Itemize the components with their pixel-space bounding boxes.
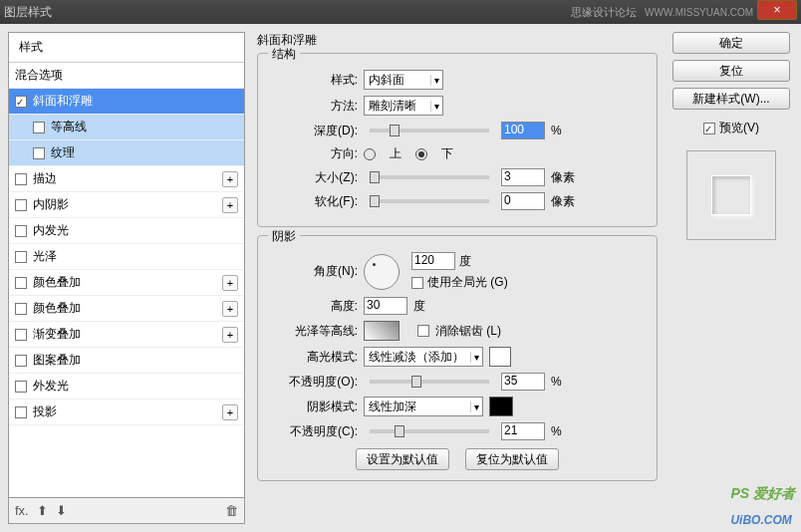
angle-dial[interactable]	[364, 254, 400, 290]
style-select[interactable]: 内斜面	[364, 70, 443, 90]
style-row-color-overlay-2[interactable]: 颜色叠加+	[9, 296, 244, 322]
style-row-stroke[interactable]: 描边+	[9, 166, 244, 192]
panel-title: 斜面和浮雕	[257, 32, 658, 49]
checkbox-icon[interactable]	[15, 329, 27, 341]
dir-down-radio[interactable]	[415, 148, 427, 160]
depth-input[interactable]: 100	[501, 122, 545, 139]
reset-button[interactable]: 复位	[672, 60, 790, 82]
style-label: 样式:	[268, 72, 358, 89]
trash-icon[interactable]: 🗑	[225, 503, 238, 518]
shadow-opacity-slider[interactable]	[370, 429, 489, 433]
checkbox-icon[interactable]	[15, 355, 27, 367]
window-title: 图层样式	[4, 4, 571, 21]
highlight-opacity-slider[interactable]	[370, 380, 489, 384]
reset-default-button[interactable]: 复位为默认值	[465, 448, 559, 470]
size-label: 大小(Z):	[268, 169, 358, 186]
shadow-fieldset: 阴影 角度(N): 120度 使用全局光 (G) 高度:30度 光泽等高线:消除…	[257, 235, 658, 481]
method-select[interactable]: 雕刻清晰	[364, 96, 443, 116]
checkbox-icon[interactable]	[15, 251, 27, 263]
plus-icon[interactable]: +	[222, 171, 238, 187]
checkbox-icon[interactable]	[15, 303, 27, 315]
dir-up-radio[interactable]	[364, 148, 376, 160]
checkbox-icon[interactable]	[15, 406, 27, 418]
shadow-opacity-input[interactable]: 21	[501, 422, 545, 440]
soften-input[interactable]: 0	[501, 192, 545, 210]
checkbox-icon[interactable]	[15, 199, 27, 211]
altitude-label: 高度:	[268, 298, 358, 315]
shadow-mode-select[interactable]: 线性加深	[364, 397, 483, 416]
fx-icon[interactable]: fx.	[15, 503, 29, 518]
style-row-texture[interactable]: 纹理	[9, 140, 244, 166]
action-panel: 确定 复位 新建样式(W)... 预览(V)	[669, 32, 793, 524]
shadow-legend: 阴影	[268, 228, 300, 245]
checkbox-icon[interactable]	[15, 381, 27, 393]
highlight-opacity-input[interactable]: 35	[501, 373, 545, 391]
global-light-checkbox[interactable]	[411, 277, 423, 289]
plus-icon[interactable]: +	[222, 275, 238, 291]
shadow-opacity-label: 不透明度(C):	[268, 423, 358, 440]
style-row-drop-shadow[interactable]: 投影+	[9, 399, 244, 425]
checkbox-icon[interactable]	[15, 173, 27, 185]
checkbox-icon[interactable]	[33, 147, 45, 159]
styles-header: 样式	[9, 33, 244, 63]
up-arrow-icon[interactable]: ⬆	[37, 503, 48, 518]
styles-footer: fx. ⬆ ⬇ 🗑	[8, 498, 245, 524]
new-style-button[interactable]: 新建样式(W)...	[672, 88, 790, 110]
antialias-label: 消除锯齿 (L)	[435, 323, 501, 340]
brand-url: WWW.MISSYUAN.COM	[645, 7, 753, 18]
settings-panel: 斜面和浮雕 结构 样式:内斜面 方法:雕刻清晰 深度(D):100% 方向:上下…	[257, 32, 658, 524]
structure-fieldset: 结构 样式:内斜面 方法:雕刻清晰 深度(D):100% 方向:上下 大小(Z)…	[257, 53, 658, 227]
checkbox-icon[interactable]	[33, 122, 45, 133]
plus-icon[interactable]: +	[222, 197, 238, 213]
antialias-checkbox[interactable]	[417, 325, 429, 337]
gloss-contour-swatch[interactable]	[364, 321, 400, 341]
size-slider[interactable]	[370, 175, 489, 179]
checkbox-icon[interactable]	[15, 225, 27, 237]
depth-slider[interactable]	[370, 129, 489, 133]
down-arrow-icon[interactable]: ⬇	[56, 503, 67, 518]
angle-label: 角度(N):	[268, 263, 358, 280]
direction-label: 方向:	[268, 145, 358, 162]
style-row-outer-glow[interactable]: 外发光	[9, 374, 244, 399]
size-input[interactable]: 3	[501, 168, 545, 186]
titlebar: 图层样式 思缘设计论坛 WWW.MISSYUAN.COM ×	[0, 0, 801, 24]
plus-icon[interactable]: +	[222, 301, 238, 317]
shadow-mode-label: 阴影模式:	[268, 399, 358, 415]
plus-icon[interactable]: +	[222, 327, 238, 343]
highlight-mode-label: 高光模式:	[268, 349, 358, 366]
style-row-contour[interactable]: 等高线	[9, 115, 244, 140]
method-label: 方法:	[268, 98, 358, 115]
plus-icon[interactable]: +	[222, 404, 238, 420]
checkbox-icon[interactable]	[15, 96, 27, 108]
soften-label: 软化(F):	[268, 193, 358, 210]
depth-label: 深度(D):	[268, 123, 358, 139]
style-row-pattern-overlay[interactable]: 图案叠加	[9, 348, 244, 374]
style-row-bevel[interactable]: 斜面和浮雕	[9, 89, 244, 115]
altitude-input[interactable]: 30	[364, 297, 407, 315]
angle-input[interactable]: 120	[411, 252, 455, 270]
soften-slider[interactable]	[370, 199, 489, 203]
style-row-gradient-overlay[interactable]: 渐变叠加+	[9, 322, 244, 348]
ok-button[interactable]: 确定	[672, 32, 790, 54]
highlight-opacity-label: 不透明度(O):	[268, 374, 358, 391]
preview-label: 预览(V)	[719, 120, 759, 136]
blend-options-row[interactable]: 混合选项	[9, 63, 244, 89]
style-row-inner-glow[interactable]: 内发光	[9, 218, 244, 244]
set-default-button[interactable]: 设置为默认值	[356, 448, 449, 470]
preview-box	[686, 150, 776, 240]
highlight-color-swatch[interactable]	[489, 347, 511, 367]
style-row-satin[interactable]: 光泽	[9, 244, 244, 270]
close-button[interactable]: ×	[757, 0, 797, 20]
structure-legend: 结构	[268, 46, 300, 63]
highlight-mode-select[interactable]: 线性减淡（添加）	[364, 347, 483, 367]
gloss-label: 光泽等高线:	[268, 323, 358, 340]
brand-text: 思缘设计论坛	[571, 5, 637, 20]
checkbox-icon[interactable]	[15, 277, 27, 289]
preview-checkbox[interactable]	[703, 123, 715, 134]
global-light-label: 使用全局光 (G)	[427, 274, 508, 291]
preview-sample	[711, 175, 751, 215]
style-row-color-overlay[interactable]: 颜色叠加+	[9, 270, 244, 296]
styles-sidebar: 样式 混合选项 斜面和浮雕 等高线 纹理 描边+ 内阴影+ 内发光 光泽 颜色叠…	[8, 32, 245, 524]
style-row-inner-shadow[interactable]: 内阴影+	[9, 192, 244, 218]
shadow-color-swatch[interactable]	[489, 397, 513, 416]
